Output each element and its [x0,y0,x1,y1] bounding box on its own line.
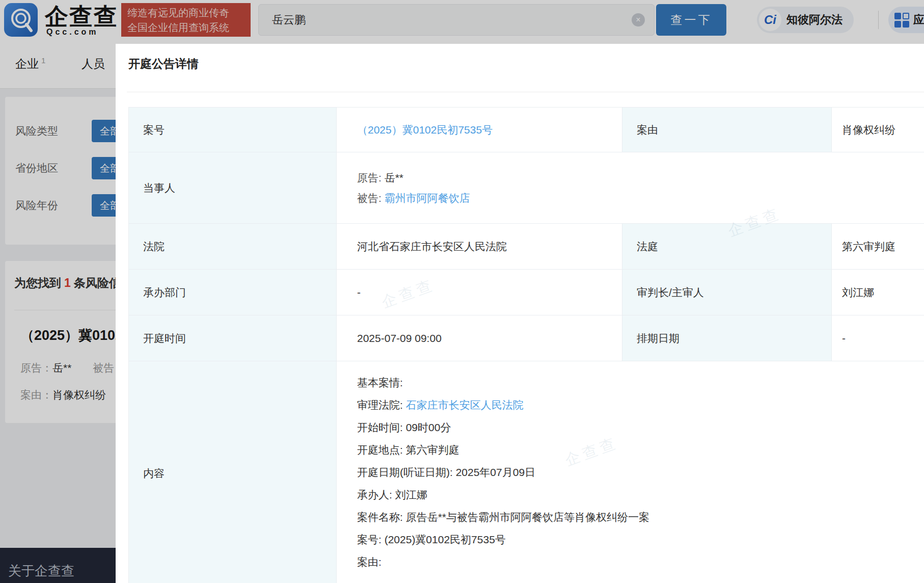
table-row: 承办部门 - 审判长/主审人 刘江娜 [129,270,924,315]
plaintiff-name: 岳** [385,172,403,183]
court-label: 法院 [129,224,337,270]
parties-value: 原告: 岳** 被告: 霸州市阿阿餐饮店 [337,152,924,224]
court-value: 河北省石家庄市长安区人民法院 [337,224,622,270]
hearing-time-label: 开庭时间 [129,315,337,361]
content-line: 开庭日期(听证日期): 2025年07月09日 [357,461,924,484]
department-label: 承办部门 [129,270,337,315]
content-line: 案由: [357,551,924,573]
modal-title-divider [127,92,924,92]
content-court-link[interactable]: 石家庄市长安区人民法院 [406,399,524,411]
cause-value: 肖像权纠纷 [832,108,924,152]
case-no-link[interactable]: （2025）冀0102民初7535号 [357,124,493,136]
plaintiff-line: 原告: 岳** [357,168,924,188]
department-value: - [337,270,622,315]
defendant-link[interactable]: 霸州市阿阿餐饮店 [385,192,470,204]
tribunal-value: 第六审判庭 [832,224,924,270]
table-row: 内容 基本案情: 审理法院: 石家庄市长安区人民法院 开始时间: 09时00分 … [129,361,924,583]
schedule-date-value: - [832,315,924,361]
defendant-prefix: 被告: [357,192,385,204]
table-row: 开庭时间 2025-07-09 09:00 排期日期 - [129,315,924,361]
content-line: 承办人: 刘江娜 [357,484,924,506]
table-row: 当事人 原告: 岳** 被告: 霸州市阿阿餐饮店 [129,152,924,224]
content-line: 开始时间: 09时00分 [357,416,924,439]
hearing-time-value: 2025-07-09 09:00 [337,315,622,361]
content-line: 案号: (2025)冀0102民初7535号 [357,528,924,551]
schedule-date-label: 排期日期 [622,315,832,361]
parties-label: 当事人 [129,152,337,224]
judge-value: 刘江娜 [832,270,924,315]
plaintiff-prefix: 原告: [357,172,385,183]
hearing-detail-modal: 开庭公告详情 企查查 企查查 企查查 案号 （2025）冀0102民初7535号… [116,44,924,583]
content-line: 基本案情: [357,372,924,394]
cause-label: 案由 [622,108,832,152]
defendant-line: 被告: 霸州市阿阿餐饮店 [357,188,924,208]
content-value: 基本案情: 审理法院: 石家庄市长安区人民法院 开始时间: 09时00分 开庭地… [337,361,924,583]
content-label: 内容 [129,361,337,583]
tribunal-label: 法庭 [622,224,832,270]
content-line: 开庭地点: 第六审判庭 [357,439,924,461]
content-line: 案件名称: 原告岳**与被告霸州市阿阿餐饮店等肖像权纠纷一案 [357,506,924,528]
modal-title: 开庭公告详情 [128,56,199,72]
hearing-detail-table: 案号 （2025）冀0102民初7535号 案由 肖像权纠纷 当事人 原告: 岳… [128,107,924,583]
judge-label: 审判长/主审人 [622,270,832,315]
table-row: 法院 河北省石家庄市长安区人民法院 法庭 第六审判庭 [129,224,924,270]
case-no-label: 案号 [129,108,337,152]
content-court-prefix: 审理法院: [357,399,406,411]
table-row: 案号 （2025）冀0102民初7535号 案由 肖像权纠纷 [129,108,924,152]
content-line: 审理法院: 石家庄市长安区人民法院 [357,394,924,416]
